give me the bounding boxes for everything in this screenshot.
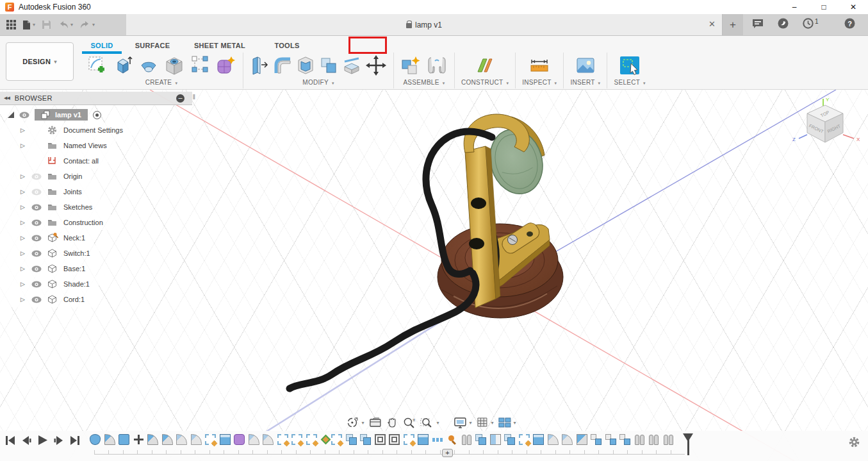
timeline-feature-icon[interactable] [619, 434, 630, 445]
list-item[interactable]: ▷ Named Views [0, 138, 116, 153]
expand-arrow-icon[interactable]: ▷ [20, 219, 26, 226]
new-tab-button[interactable]: + [723, 14, 743, 35]
app-grid-icon[interactable] [5, 19, 17, 31]
fillet-icon[interactable] [273, 54, 292, 76]
list-item[interactable]: ▷ Switch:1 [0, 246, 99, 261]
pan-icon[interactable] [386, 417, 398, 429]
browser-collapse-icon[interactable]: ◀◀ [4, 96, 10, 101]
minimize-button[interactable]: – [780, 0, 809, 14]
maximize-button[interactable]: □ [809, 0, 839, 14]
combine-icon[interactable] [319, 54, 338, 76]
document-tab-close-icon[interactable]: ✕ [708, 19, 716, 29]
comments-icon[interactable] [752, 19, 764, 31]
timeline-feature-icon[interactable] [389, 434, 400, 445]
timeline-feature-icon[interactable] [346, 434, 357, 445]
timeline-feature-icon[interactable] [162, 434, 173, 445]
orbit-caret-icon[interactable]: ▾ [361, 420, 364, 426]
timeline-feature-icon[interactable] [147, 434, 158, 445]
timeline-feature-icon[interactable] [191, 434, 202, 445]
undo-icon[interactable]: ▾ [56, 19, 74, 31]
zoom-icon[interactable]: ± [402, 417, 415, 429]
orbit-icon[interactable]: ▾ [345, 416, 364, 429]
timeline-feature-icon[interactable] [321, 435, 331, 445]
workspace-selector[interactable]: DESIGN ▾ [6, 42, 74, 81]
tab-sheet-metal[interactable]: SHEET METAL [181, 38, 258, 53]
expand-arrow-icon[interactable]: ▷ [20, 296, 26, 303]
expand-arrow-icon[interactable]: ▷ [20, 281, 26, 287]
timeline-feature-icon[interactable] [577, 434, 587, 445]
create-sketch-icon[interactable] [86, 54, 108, 76]
list-item[interactable]: ▷ Contact: all [0, 153, 108, 169]
timeline-feature-icon[interactable] [291, 434, 302, 445]
list-item[interactable]: ▷ Construction [0, 215, 112, 230]
list-item[interactable]: ▷ Document Settings [0, 122, 132, 138]
timeline-feature-icon[interactable] [663, 434, 674, 445]
grid-display-icon[interactable]: ▾ [476, 417, 493, 428]
zoom-window-icon[interactable]: ▾ [420, 417, 439, 429]
help-icon[interactable]: ? [844, 18, 855, 31]
timeline-feature-icon[interactable] [634, 434, 645, 445]
timeline-feature-icon[interactable] [220, 434, 231, 445]
list-item[interactable]: ▷ Neck:1 [0, 230, 94, 246]
press-pull-icon[interactable] [250, 54, 269, 76]
group-label-modify[interactable]: MODIFY ▾ [302, 79, 334, 86]
expand-arrow-icon[interactable]: ▷ [20, 235, 26, 241]
save-icon[interactable] [40, 19, 53, 31]
redo-icon[interactable]: ▾ [78, 19, 96, 31]
construct-plane-icon[interactable] [474, 54, 496, 76]
visibility-eye-icon[interactable] [31, 250, 42, 257]
visibility-eye-icon[interactable] [19, 112, 29, 119]
timeline-feature-icon[interactable] [306, 434, 317, 445]
go-to-start-button[interactable] [5, 435, 15, 446]
timeline-feature-icon[interactable] [360, 434, 371, 445]
timeline-feature-icon[interactable] [562, 434, 573, 445]
timeline-feature-icon[interactable] [331, 434, 342, 445]
document-tab[interactable]: lamp v1 ✕ [126, 14, 723, 35]
display-settings-caret-icon[interactable]: ▾ [469, 420, 471, 426]
expand-arrow-icon[interactable]: ▷ [20, 189, 26, 195]
timeline-feature-icon[interactable] [461, 434, 472, 445]
view-cube[interactable]: Y TOP FRONT RIGHT Z X [790, 96, 864, 155]
timeline-feature-icon[interactable] [277, 434, 288, 445]
file-menu-icon[interactable]: ▾ [21, 19, 37, 31]
timeline-feature-icon[interactable] [104, 434, 115, 445]
visibility-eye-icon[interactable] [31, 173, 42, 180]
visibility-eye-icon[interactable] [31, 235, 42, 242]
browser-minimize-icon[interactable]: – [176, 94, 184, 103]
timeline-feature-icon[interactable] [234, 434, 245, 445]
step-back-button[interactable] [21, 435, 31, 446]
tab-solid[interactable]: SOLID [80, 38, 124, 53]
hole-icon[interactable] [163, 54, 185, 76]
expand-arrow-icon[interactable]: ▷ [20, 265, 26, 272]
lamp-model[interactable] [290, 114, 563, 389]
timeline-feature-icon[interactable] [591, 434, 602, 445]
activate-radio-icon[interactable] [93, 111, 101, 119]
viewport-canvas[interactable]: Y TOP FRONT RIGHT Z X ◀◀ BROWSER – ‖ [0, 90, 868, 461]
group-label-insert[interactable]: INSERT ▾ [570, 79, 600, 86]
visibility-eye-icon[interactable] [31, 189, 42, 196]
timeline-feature-icon[interactable] [490, 434, 501, 445]
select-icon[interactable] [619, 54, 641, 76]
timeline-feature-icon[interactable] [404, 434, 414, 445]
timeline-feature-icon[interactable] [418, 434, 429, 445]
joint-icon[interactable] [426, 54, 448, 76]
viewports-icon[interactable]: ▾ [498, 417, 516, 428]
timeline-ruler[interactable] [94, 450, 685, 455]
viewports-caret-icon[interactable]: ▾ [513, 420, 516, 426]
timeline-feature-icon[interactable] [533, 434, 544, 445]
visibility-eye-icon[interactable] [31, 219, 42, 226]
browser-header[interactable]: ◀◀ BROWSER – ‖ [0, 92, 192, 105]
timeline-feature-icon[interactable] [648, 434, 659, 445]
list-item[interactable]: ▷ Base:1 [0, 261, 94, 276]
browser-root-item[interactable]: lamp v1 [0, 107, 192, 122]
timeline-feature-icon[interactable] [119, 434, 129, 445]
timeline-feature-icon[interactable] [90, 434, 101, 445]
timeline-feature-icon[interactable] [249, 434, 259, 445]
timeline-feature-icon[interactable] [176, 434, 187, 445]
rectangular-pattern-icon[interactable] [189, 54, 211, 76]
notifications-icon[interactable]: 1 [803, 18, 819, 31]
job-status-icon[interactable] [778, 18, 789, 31]
look-at-icon[interactable] [368, 417, 381, 428]
grid-display-caret-icon[interactable]: ▾ [491, 420, 493, 426]
timeline-feature-icon[interactable] [548, 434, 559, 445]
